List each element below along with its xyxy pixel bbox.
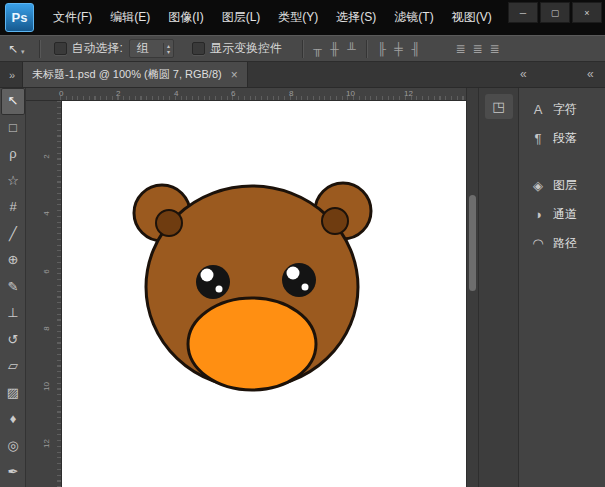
collapse-dock-button[interactable]: « [587, 67, 593, 81]
bear-left-eye-highlight-small [216, 286, 223, 293]
layers-panel-label: 图层 [553, 177, 577, 194]
clone-stamp-tool-button[interactable]: ⊥ [1, 300, 25, 327]
align-buttons-group: ╥ ╫ ╨ [309, 42, 360, 56]
bear-right-eye [282, 263, 316, 297]
move-tool-button[interactable]: ↖ [1, 88, 25, 115]
quick-selection-tool-button[interactable]: ☆ [1, 168, 25, 195]
ruler-label: 6 [231, 89, 235, 98]
close-tab-icon[interactable]: × [231, 68, 238, 82]
chevron-down-icon: ▾ [167, 49, 170, 55]
eraser-tool-button[interactable]: ▱ [1, 353, 25, 380]
bear-right-eye-highlight [287, 267, 300, 280]
tool-preset-picker[interactable]: ↖ ▾ [0, 42, 33, 56]
channels-panel-label: 通道 [553, 206, 577, 223]
menu-select[interactable]: 选择(S) [327, 0, 385, 35]
auto-select-label: 自动选择: [72, 40, 123, 57]
vertical-ruler[interactable]: 2 4 6 8 10 12 [26, 101, 62, 487]
layers-panel-button[interactable]: ◈ 图层 [523, 172, 601, 198]
ruler-label: 8 [42, 323, 51, 335]
spot-healing-brush-tool-button[interactable]: ⊕ [1, 247, 25, 274]
collapse-icon-strip-button[interactable]: « [520, 67, 526, 81]
vertical-scrollbar[interactable] [466, 88, 478, 487]
paragraph-panel-icon: ¶ [531, 131, 545, 146]
collapsed-panel-button[interactable]: ◳ [485, 94, 513, 119]
scrollbar-thumb[interactable] [469, 195, 476, 291]
photoshop-logo: Ps [5, 3, 34, 32]
restore-button[interactable]: ▢ [540, 2, 570, 23]
auto-select-target-dropdown[interactable]: 组 ▴ ▾ [129, 39, 174, 58]
blur-tool-button[interactable]: ♦ [1, 406, 25, 433]
bear-right-inner-ear [322, 208, 348, 234]
canvas[interactable] [62, 101, 466, 487]
bear-drawing [62, 101, 466, 487]
horizontal-ruler[interactable]: 0 2 4 6 8 10 12 [26, 88, 466, 101]
align-bottom-edges-icon[interactable]: ╨ [343, 42, 360, 56]
align-right-edges-icon[interactable]: ╢ [407, 42, 424, 56]
distribute-left-edges-icon[interactable]: ≣ [452, 42, 469, 56]
chevron-down-icon: ▾ [21, 48, 25, 56]
show-transform-controls-label: 显示变换控件 [210, 40, 282, 57]
ruler-label: 8 [289, 89, 293, 98]
dock-spacer [519, 154, 605, 172]
menu-file[interactable]: 文件(F) [44, 0, 101, 35]
bear-muzzle [188, 298, 316, 390]
align-buttons-group: ╟ ╪ ╢ [373, 42, 424, 56]
align-horizontal-centers-icon[interactable]: ╪ [390, 42, 407, 56]
character-panel-icon: A [531, 102, 545, 117]
ruler-label: 0 [59, 89, 63, 98]
menu-layer[interactable]: 图层(L) [213, 0, 270, 35]
bear-left-inner-ear [156, 210, 182, 236]
align-top-edges-icon[interactable]: ╥ [309, 42, 326, 56]
eyedropper-tool-button[interactable]: ╱ [1, 221, 25, 248]
tools-panel: ↖ □ ρ ☆ # ╱ ⊕ ✎ ⊥ ↺ ▱ ▨ ♦ ◎ ✒ [0, 88, 26, 487]
ruler-label: 10 [346, 89, 355, 98]
close-button[interactable]: × [572, 2, 602, 23]
paths-panel-icon: ◠ [531, 236, 545, 251]
brush-tool-button[interactable]: ✎ [1, 274, 25, 301]
paths-panel-button[interactable]: ◠ 路径 [523, 230, 601, 256]
bear-left-eye-highlight [201, 269, 214, 282]
menu-edit[interactable]: 编辑(E) [101, 0, 159, 35]
menu-filter[interactable]: 滤镜(T) [385, 0, 442, 35]
crop-tool-button[interactable]: # [1, 194, 25, 221]
minimize-button[interactable]: ─ [508, 2, 538, 23]
layers-panel-icon: ◈ [531, 178, 545, 193]
character-panel-button[interactable]: A 字符 [523, 96, 601, 122]
bear-right-eye-highlight-small [302, 284, 309, 291]
dodge-tool-button[interactable]: ◎ [1, 433, 25, 460]
show-transform-controls-checkbox[interactable] [192, 42, 205, 55]
pen-tool-button[interactable]: ✒ [1, 459, 25, 486]
ruler-label: 6 [42, 266, 51, 278]
ruler-label: 4 [174, 89, 178, 98]
ruler-label: 10 [42, 381, 51, 393]
menubar: 文件(F) 编辑(E) 图像(I) 图层(L) 类型(Y) 选择(S) 滤镜(T… [44, 0, 501, 35]
auto-select-checkbox[interactable] [54, 42, 67, 55]
document-tab[interactable]: 未标题-1.psd @ 100% (椭圆 7, RGB/8) × [22, 62, 248, 87]
history-brush-tool-button[interactable]: ↺ [1, 327, 25, 354]
separator [39, 40, 40, 58]
character-panel-label: 字符 [553, 101, 577, 118]
gradient-tool-button[interactable]: ▨ [1, 380, 25, 407]
channels-panel-icon: ◑ [531, 207, 545, 222]
spinner-icon[interactable]: ▴ ▾ [163, 43, 173, 55]
align-vertical-centers-icon[interactable]: ╫ [326, 42, 343, 56]
window-controls: ─ ▢ × [508, 2, 602, 23]
channels-panel-button[interactable]: ◑ 通道 [523, 201, 601, 227]
distribute-right-edges-icon[interactable]: ≣ [486, 42, 503, 56]
lasso-tool-button[interactable]: ρ [1, 141, 25, 168]
move-tool-icon: ↖ [8, 42, 18, 56]
ruler-label: 2 [116, 89, 120, 98]
menu-image[interactable]: 图像(I) [159, 0, 212, 35]
menu-view[interactable]: 视图(V) [443, 0, 501, 35]
distribute-buttons-group: ≣ ≣ ≣ [452, 42, 503, 56]
align-left-edges-icon[interactable]: ╟ [373, 42, 390, 56]
menu-type[interactable]: 类型(Y) [269, 0, 327, 35]
rectangular-marquee-tool-button[interactable]: □ [1, 115, 25, 142]
ruler-label: 2 [42, 151, 51, 163]
separator [302, 40, 303, 58]
paragraph-panel-button[interactable]: ¶ 段落 [523, 125, 601, 151]
paragraph-panel-label: 段落 [553, 130, 577, 147]
paths-panel-label: 路径 [553, 235, 577, 252]
distribute-horizontal-centers-icon[interactable]: ≣ [469, 42, 486, 56]
expand-panel-button[interactable]: » [2, 62, 22, 87]
